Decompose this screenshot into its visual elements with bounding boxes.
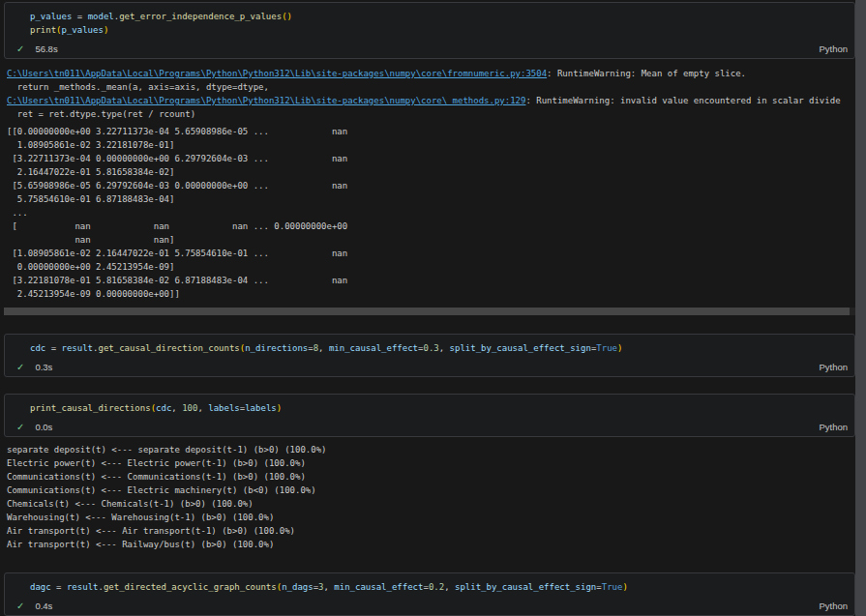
language-label[interactable]: Python	[819, 44, 848, 54]
cell-print-directions: print_causal_directions(cdc, 100, labels…	[4, 394, 855, 437]
code-editor[interactable]: dagc = result.get_directed_acyclic_graph…	[5, 573, 854, 594]
output-line: C:\Users\tn011\AppData\Local\Programs\Py…	[7, 94, 855, 107]
output-line: ret = ret.dtype.type(ret / rcount)	[7, 107, 855, 121]
output-line: Electric power(t) <--- Electric power(t-…	[7, 456, 855, 470]
cell-status-bar: ✓56.8sPython	[5, 39, 854, 58]
execution-time: 0.3s	[35, 362, 52, 372]
output-line: C:\Users\tn011\AppData\Local\Programs\Py…	[7, 67, 855, 80]
language-label[interactable]: Python	[819, 362, 848, 372]
cell-p-values: p_values = model.get_error_independence_…	[4, 2, 855, 59]
output-line: nan nan]	[7, 233, 855, 247]
language-label[interactable]: Python	[819, 422, 848, 432]
cell-status-bar: ✓0.4sPython	[5, 596, 854, 615]
cell-status-bar: ✓0.3sPython	[5, 357, 854, 376]
code-line: dagc = result.get_directed_acyclic_graph…	[30, 580, 847, 594]
execution-time: 0.4s	[35, 601, 52, 611]
output-line: 2.45213954e-09 0.00000000e+00]]	[7, 287, 855, 301]
success-check-icon: ✓	[16, 44, 24, 54]
output-line: [1.08905861e-02 2.16447022e-01 5.7585461…	[7, 247, 855, 260]
success-check-icon: ✓	[16, 601, 24, 611]
success-check-icon: ✓	[16, 362, 24, 372]
output-line: Warehousing(t) <--- Warehousing(t-1) (b>…	[7, 511, 855, 524]
output-line: 1.08905861e-02 3.22181078e-01]	[7, 138, 855, 152]
vertical-scrollbar[interactable]	[855, 0, 866, 616]
output-line: Air transport(t) <--- Air transport(t-1)…	[7, 524, 855, 538]
code-editor[interactable]: cdc = result.get_causal_direction_counts…	[5, 335, 854, 355]
output-line: [3.22711373e-04 0.00000000e+00 6.2979260…	[7, 152, 855, 165]
stderr-output: C:\Users\tn011\AppData\Local\Programs\Py…	[0, 67, 855, 121]
output-line: [5.65908986e-05 6.29792604e-03 0.0000000…	[7, 179, 855, 192]
output-line: Air transport(t) <--- Railway/bus(t) (b>…	[7, 538, 855, 551]
output-line: ...	[7, 206, 855, 220]
matrix-output: [[0.00000000e+00 3.22711373e-04 5.659089…	[0, 125, 855, 301]
cell-dagc: dagc = result.get_directed_acyclic_graph…	[4, 572, 855, 616]
code-line: p_values = model.get_error_independence_…	[30, 10, 847, 23]
notebook-editor: p_values = model.get_error_independence_…	[0, 0, 855, 616]
horizontal-scrollbar-thumb[interactable]	[4, 308, 850, 315]
output-line: [ nan nan nan ... 0.00000000e+00	[7, 220, 855, 233]
cell-status-bar: ✓0.0sPython	[5, 417, 854, 436]
output-line: Communications(t) <--- Electric machiner…	[7, 484, 855, 497]
causal-directions-output: separate deposit(t) <--- separate deposi…	[0, 443, 855, 551]
execution-time: 56.8s	[35, 44, 57, 54]
output-scrollbar-track	[4, 308, 855, 315]
code-editor[interactable]: print_causal_directions(cdc, 100, labels…	[5, 395, 854, 415]
output-line: return _methods._mean(a, axis=axis, dtyp…	[7, 80, 855, 94]
code-line: print_causal_directions(cdc, 100, labels…	[30, 401, 847, 415]
success-check-icon: ✓	[16, 422, 24, 432]
file-link[interactable]: C:\Users\tn011\AppData\Local\Programs\Py…	[7, 69, 547, 78]
output-line: [3.22181078e-01 5.81658384e-02 6.8718848…	[7, 274, 855, 287]
output-line: 0.00000000e+00 2.45213954e-09]	[7, 260, 855, 274]
output-line: Chemicals(t) <--- Chemicals(t-1) (b>0) (…	[7, 497, 855, 511]
code-line: cdc = result.get_causal_direction_counts…	[30, 341, 847, 355]
code-line: print(p_values)	[30, 23, 847, 37]
execution-time: 0.0s	[35, 422, 52, 432]
code-editor[interactable]: p_values = model.get_error_independence_…	[5, 3, 854, 37]
output-line: separate deposit(t) <--- separate deposi…	[7, 443, 855, 456]
file-link[interactable]: C:\Users\tn011\AppData\Local\Programs\Py…	[7, 96, 525, 105]
output-line: [[0.00000000e+00 3.22711373e-04 5.659089…	[7, 125, 855, 138]
cell-cdc: cdc = result.get_causal_direction_counts…	[4, 334, 855, 377]
output-line: 2.16447022e-01 5.81658384e-02]	[7, 165, 855, 179]
language-label[interactable]: Python	[819, 601, 848, 611]
output-line: 5.75854610e-01 6.87188483e-04]	[7, 192, 855, 206]
output-line: Communications(t) <--- Communications(t-…	[7, 470, 855, 484]
